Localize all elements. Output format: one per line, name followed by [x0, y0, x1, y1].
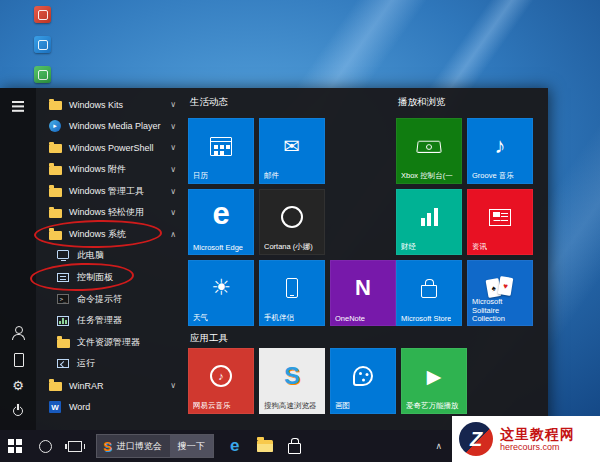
finance-chart-icon	[396, 189, 462, 245]
desktop-shortcut-2[interactable]	[34, 36, 51, 53]
app-label: Windows 管理工具	[69, 185, 144, 198]
app-list-item-windows-accessories[interactable]: Windows 附件 ∨	[36, 159, 186, 181]
shopping-bag-icon	[288, 443, 301, 454]
tile-weather[interactable]: ☀ 天气	[188, 260, 254, 326]
tiles-panel: 生活动态 播放和浏览 应用工具 日历 ✉ 邮件 e Microsoft Edge…	[186, 88, 548, 430]
app-list-item-windows-kits[interactable]: Windows Kits ∨	[36, 94, 186, 116]
folder-icon	[49, 382, 62, 391]
watermark-badge: Z 这里教程网 herecours.com	[452, 416, 600, 462]
app-list-item-windows-powershell[interactable]: Windows PowerShell ∨	[36, 137, 186, 159]
tile-label: Groove 音乐	[472, 171, 514, 181]
tile-label: 网易云音乐	[193, 401, 231, 411]
chevron-up-icon: ∧	[170, 230, 176, 239]
tile-label: Microsoft Store	[401, 314, 451, 323]
tile-news[interactable]: 资讯	[467, 189, 533, 255]
tile-phone-companion[interactable]: 手机伴侣	[259, 260, 325, 326]
app-list-item-run[interactable]: 运行	[36, 353, 186, 375]
folder-icon	[49, 188, 62, 197]
tile-microsoft-edge[interactable]: e Microsoft Edge	[188, 189, 254, 255]
settings-gear-icon[interactable]: ⚙	[11, 378, 25, 392]
app-label: 任务管理器	[77, 314, 122, 327]
chevron-down-icon: ∨	[170, 208, 176, 217]
folder-icon	[49, 166, 62, 175]
cortana-icon	[259, 189, 325, 245]
tile-onenote[interactable]: N OneNote	[330, 260, 396, 326]
tile-calendar[interactable]: 日历	[188, 118, 254, 184]
tray-expand-icon[interactable]: ∧	[435, 430, 442, 462]
app-label: Windows 系统	[69, 228, 126, 241]
chevron-down-icon: ∨	[170, 381, 176, 390]
cortana-button[interactable]	[30, 430, 60, 462]
app-list-item-windows-media-player[interactable]: ▸ Windows Media Player ∨	[36, 116, 186, 138]
documents-icon[interactable]	[11, 352, 25, 366]
tile-solitaire[interactable]: ♠ ♥ Microsoft Solitaire Collection	[467, 260, 533, 326]
taskbar-edge-button[interactable]: e	[220, 430, 250, 462]
app-label: Windows Kits	[69, 100, 123, 110]
search-hotword: 进口博览会	[117, 440, 162, 453]
tile-label: 日历	[193, 171, 208, 181]
app-list-item-windows-ease-of-access[interactable]: Windows 轻松使用 ∨	[36, 202, 186, 224]
app-list-item-command-prompt[interactable]: >_ 命令提示符	[36, 288, 186, 310]
folder-icon	[49, 231, 62, 240]
app-label: 此电脑	[77, 249, 104, 262]
app-label: 控制面板	[77, 271, 113, 284]
start-menu-rail: ⚙	[0, 88, 36, 430]
taskbar-store-button[interactable]	[280, 430, 310, 462]
tile-label: 邮件	[264, 171, 279, 181]
power-icon[interactable]	[11, 404, 25, 418]
hamburger-menu-icon[interactable]	[11, 98, 25, 112]
command-prompt-icon: >_	[57, 294, 69, 304]
edge-icon: e	[188, 183, 254, 245]
taskbar-search-box[interactable]: S 进口博览会 搜一下	[96, 434, 214, 458]
play-icon: ▶	[401, 348, 467, 404]
netease-music-icon: ♪	[188, 348, 254, 404]
taskbar-file-explorer-button[interactable]	[250, 430, 280, 462]
tile-cortana[interactable]: Cortana (小娜)	[259, 189, 325, 255]
tile-iqiyi-player[interactable]: ▶ 爱奇艺万能播放	[401, 348, 467, 414]
tile-microsoft-store[interactable]: Microsoft Store	[396, 260, 462, 326]
desktop-shortcut-3[interactable]	[34, 66, 51, 83]
desktop-shortcut-1[interactable]	[34, 6, 51, 23]
tile-netease-music[interactable]: ♪ 网易云音乐	[188, 348, 254, 414]
start-button[interactable]	[0, 430, 30, 462]
task-view-button[interactable]	[60, 430, 90, 462]
tile-xbox[interactable]: Xbox 控制台(一	[396, 118, 462, 184]
tile-paint[interactable]: 画图	[330, 348, 396, 414]
task-view-icon	[68, 441, 82, 452]
chevron-down-icon: ∨	[170, 122, 176, 131]
weather-icon: ☀	[188, 260, 254, 316]
app-list-item-word[interactable]: W Word	[36, 396, 186, 418]
tile-label: 手机伴侣	[264, 313, 294, 323]
computer-icon	[57, 250, 69, 259]
sogou-icon: S	[259, 348, 325, 404]
app-label: Word	[69, 402, 90, 412]
tile-mail[interactable]: ✉ 邮件	[259, 118, 325, 184]
app-list-item-windows-system[interactable]: Windows 系统 ∧	[36, 224, 186, 246]
tile-groove-music[interactable]: ♪ Groove 音乐	[467, 118, 533, 184]
app-list-item-control-panel[interactable]: 控制面板	[36, 267, 186, 289]
tile-money[interactable]: 财经	[396, 189, 462, 255]
app-list-item-task-manager[interactable]: 任务管理器	[36, 310, 186, 332]
app-list-item-file-explorer[interactable]: 文件资源管理器	[36, 332, 186, 354]
app-list-item-winrar[interactable]: WinRAR ∨	[36, 375, 186, 397]
tile-label: 资讯	[472, 242, 487, 252]
task-manager-icon	[57, 316, 69, 326]
edge-icon: e	[230, 436, 239, 456]
tile-sogou-browser[interactable]: S 搜狗高速浏览器	[259, 348, 325, 414]
app-list-item-windows-admin-tools[interactable]: Windows 管理工具 ∨	[36, 180, 186, 202]
tile-group-title: 播放和浏览	[398, 96, 446, 109]
watermark-site-domain: herecours.com	[500, 442, 575, 452]
xbox-console-icon	[396, 118, 462, 174]
chevron-down-icon: ∨	[170, 143, 176, 152]
tile-label: OneNote	[335, 314, 365, 323]
tile-label: 天气	[193, 313, 208, 323]
tile-group-title: 生活动态	[190, 96, 228, 109]
media-player-icon: ▸	[49, 120, 61, 132]
watermark-logo: Z	[459, 422, 493, 456]
tile-group-title: 应用工具	[190, 332, 228, 345]
search-button[interactable]: 搜一下	[170, 435, 213, 457]
tile-label: 搜狗高速浏览器	[264, 401, 317, 411]
tile-label: Microsoft Solitaire Collection	[472, 298, 528, 324]
app-list-item-this-pc[interactable]: 此电脑	[36, 245, 186, 267]
user-account-icon[interactable]	[11, 326, 25, 340]
